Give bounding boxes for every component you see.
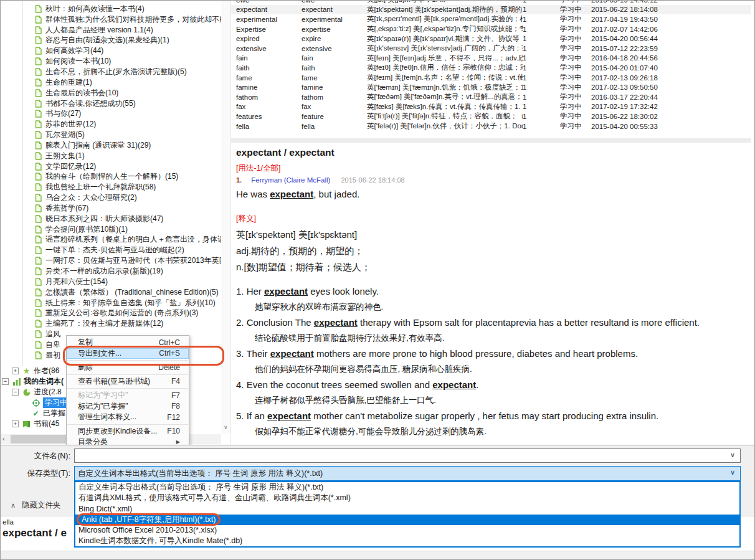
menu-item[interactable]: 查看书籍(亚马逊书城)F4 [67, 376, 189, 387]
sidebar-book-item[interactable]: 乌合之众：大众心理研究(2) [1, 192, 221, 203]
sidebar-book-item[interactable]: 生命的重建(1) [1, 77, 221, 88]
example-keyword: expectant [270, 348, 314, 359]
menu-item[interactable]: 导出到文件...Ctrl+S [67, 348, 189, 359]
example-translation-cn: 他们的妈妈在怀孕期间更容易得高血压, 糖尿病和心脏疾病. [255, 364, 748, 374]
example-translation-cn: 连椰子树都似乎憋得头昏脑胀,巴望能舒上一口气. [255, 395, 748, 406]
expand-minus-icon[interactable] [2, 378, 9, 385]
save-type-option[interactable]: 自定义生词本导出格式(当前导出选项： 序号 生词 原形 用法 释义)(*.txt… [75, 482, 739, 493]
table-row[interactable]: faxfax英[fæks] 美[fæks]n.传真；vt.传真；传真传输；1. … [231, 102, 751, 112]
book-icon [35, 131, 42, 139]
table-cell: 2017-02-13 09:50:50 [591, 83, 678, 91]
sidebar-book-item[interactable]: 苏菲的世界(12) [1, 119, 221, 130]
book-icon [35, 215, 42, 223]
expand-minus-icon[interactable] [12, 389, 19, 396]
table-row[interactable]: fainfain英[feɪn] 美[feɪn]adj.乐意，不得不，只得...；… [231, 54, 751, 64]
sidebar-book-item[interactable]: 晓日本系列之四：听大师谈摄影(47) [1, 214, 221, 224]
table-row[interactable]: experimentalexperimental英[ɪk,sperɪ'mentl… [231, 14, 751, 24]
sidebar-book-item[interactable]: 一网打尽：贝佐斯与亚马逊时代（本书荣获2013年英国《金融时报》 [1, 255, 221, 266]
table-row[interactable]: fellafella英['felə(r)] 美['felər]n.伙伴，伙计；小… [231, 121, 751, 131]
sidebar-book-item[interactable]: 书都不会读,你还想成功(55) [1, 98, 221, 109]
menu-item[interactable]: 复制Ctrl+C [67, 337, 189, 348]
expand-plus-icon[interactable] [12, 420, 19, 427]
save-type-option[interactable]: Bing Dict(*.xml) [75, 503, 739, 514]
sidebar-book-item[interactable]: 如何高效学习(44) [1, 45, 221, 56]
scrollbar-thumb[interactable] [11, 435, 70, 444]
table-cell: 学习中 [560, 73, 591, 82]
table-row[interactable]: eweewe英[ju:] 美[ju]n.母羊；1. ...1学习中2015-05… [231, 1, 751, 5]
usage-sentence: He was expectant, but jaded. [236, 188, 748, 200]
sidebar-book-item[interactable]: 异类:不一样的成功启示录(新版)(19) [1, 266, 221, 277]
scroll-left-icon[interactable]: ‹ [2, 435, 5, 442]
expand-plus-icon[interactable] [12, 368, 19, 374]
table-row[interactable]: extensiveextensive英[ɪk'stensɪv] 美[ɪk'ste… [231, 44, 751, 54]
table-cell: 学习中 [560, 102, 591, 112]
menu-item[interactable]: 标记为"已掌握"F8 [67, 401, 189, 412]
menu-item[interactable]: 删除Delete [67, 362, 189, 373]
sidebar-book-item[interactable]: 人人都是产品经理 version 1.1(4) [1, 25, 221, 36]
sidebar-book-item[interactable]: 生命不息，折腾不止(罗永浩演讲完整版)(5) [1, 67, 221, 77]
table-row[interactable]: Expertiseexpertise英[,ekspɜ:'ti:z] 美[,eks… [231, 24, 751, 34]
sidebar-book-item[interactable]: 主编死了：没有主编才是新媒体(12) [1, 318, 221, 329]
save-type-combobox[interactable]: 自定义生词本导出格式(当前导出选项： 序号 生词 原形 用法 释义)(*.txt… [74, 466, 741, 481]
save-type-option[interactable]: Kindle生词本数据文件, 可导入Kindle Mate(*.db) [75, 536, 739, 546]
sidebar-book-item[interactable]: 秋叶：如何高效读懂一本书(4) [1, 4, 221, 14]
sidebar-book-item[interactable]: 一键下单：杰夫·贝佐斯与亚马逊的崛起(2) [1, 245, 221, 255]
sidebar-book-item[interactable]: 我的奋斗（给剽悍的人生一个解释）(15) [1, 172, 221, 183]
table-cell: 1 [523, 35, 560, 42]
save-type-option[interactable]: Microsoft Office Excel 2010-2013(*.xlsx) [75, 525, 739, 536]
sidebar-book-item[interactable]: 月亮和六便士(154) [1, 277, 221, 287]
filename-combobox[interactable]: ∨ [74, 448, 741, 463]
filename-input[interactable] [77, 450, 728, 462]
sidebar-book-item[interactable]: 纸上得来：知乎陈章鱼自选集 (知乎「盐」系列)(10) [1, 298, 221, 308]
book-label: 乌合之众：大众心理研究(2) [45, 192, 137, 203]
table-cell: 2015-06-22 18:30:02 [591, 113, 678, 120]
sidebar-book-item[interactable]: 书与你(27) [1, 108, 221, 119]
book-icon [35, 204, 42, 212]
save-type-value: 自定义生词本导出格式(当前导出选项： 序号 生词 原形 用法 释义)(*.txt… [78, 468, 323, 479]
scroll-down-icon[interactable]: ∨ [224, 424, 228, 430]
sidebar-book-item[interactable]: 谣言粉碎机系列（餐桌上的明白人＋危言出没，身体请注意＋谣一谣 [1, 235, 221, 245]
detail-panel: expectant / expectant [用法-1/全部] 1. Ferry… [231, 143, 748, 445]
sidebar-book-item[interactable]: 生命最后的读书会(10) [1, 88, 221, 98]
table-cell: experimental [302, 16, 367, 23]
table-row[interactable]: fathomfathom英['fæðəm] 美['fæðəm]n.英寻；vt.理… [231, 92, 751, 102]
bookshelf-icon [22, 420, 31, 428]
save-type-option[interactable]: Anki (tab ,UTF-8字符集,启用html)(*.txt) [75, 515, 739, 525]
table-cell: 1 [523, 103, 560, 110]
save-type-option[interactable]: 有道词典XML格式，使用该格式可导入有道、金山词霸、欧路词典生词本(*.xml) [75, 493, 739, 503]
hidden-folders-button[interactable]: ∧ 隐藏文件夹 [11, 500, 61, 511]
chevron-down-icon[interactable]: ∨ [730, 468, 735, 477]
book-label: 腕表入门指南 (通识课堂 31)(29) [45, 140, 151, 151]
sidebar-book-item[interactable]: 王朔文集(1) [1, 151, 221, 161]
sidebar-book-item[interactable]: 重新定义公司:谷歌是如何运营的 (奇点系列)(3) [1, 308, 221, 318]
table-row[interactable]: famefame英[feɪm] 美[fem]n.名声；名望；传闻；传说；vt.使… [231, 73, 751, 83]
pie-icon [22, 389, 31, 396]
table-row[interactable]: expectantexpectant英[ɪk'spektənt] 美[ɪk'sp… [231, 5, 751, 15]
sidebar-book-item[interactable]: 如何阅读一本书(10) [1, 56, 221, 67]
menu-item[interactable]: 管理生词本释义...F12 [67, 412, 189, 423]
table-row[interactable]: faithfaith英[feɪθ] 美[feθ]n.信用，信任；宗教信仰；忠诚；… [231, 63, 751, 73]
table-cell: famine [302, 83, 367, 91]
sidebar-book-item[interactable]: 香蕉哲学(67) [1, 203, 221, 214]
table-row[interactable]: faminefamine英['fæmɪn] 美['fæmɪn]n.饥荒；饥饿；极… [231, 82, 751, 92]
usage-source-link[interactable]: Ferryman (Claire McFall) [251, 176, 330, 184]
book-label: 重新定义公司:谷歌是如何运营的 (奇点系列)(3) [45, 308, 198, 318]
sidebar-book-item[interactable]: 群体性孤独:为什么我们对科技期待更多，对彼此却不能更亲密？(1) [1, 14, 221, 25]
menu-item[interactable]: 同步更改到Kindle设备...F10 [67, 426, 189, 437]
authors-label: 作者(86 [34, 366, 59, 376]
panel-splitter[interactable] [231, 138, 751, 143]
table-row[interactable]: featuresfeature英['fi:tʃə(r)] 美['fitʃə]n.… [231, 112, 751, 121]
table-row[interactable]: expiredexpire英[ɪk'spaɪə(r)] 美[ɪk'spaɪr]v… [231, 34, 751, 44]
sidebar-book-item[interactable]: 腕表入门指南 (通识课堂 31)(29) [1, 140, 221, 151]
sidebar-book-item[interactable]: 容忍与自由(胡适杂文选)(果麦经典)(1) [1, 36, 221, 46]
sidebar-book-item[interactable]: 学会提问(原书第10版)(1) [1, 224, 221, 235]
sidebar-vertical-scrollbar[interactable]: ∨ [222, 1, 230, 434]
table-cell: 1 [523, 54, 560, 62]
sidebar-book-item[interactable]: 我也曾经上班一个礼拜就辞职(58) [1, 182, 221, 192]
sidebar-book-item[interactable]: 瓦尔登湖(5) [1, 130, 221, 140]
sidebar-book-item[interactable]: 怎樣讀書（繁体版） (Traditional_chinese Edition)(… [1, 287, 221, 298]
sidebar-book-item[interactable]: 文学回忆录(12) [1, 161, 221, 172]
chevron-down-icon[interactable]: ∨ [730, 451, 735, 459]
table-cell: extensive [302, 45, 367, 52]
sentence-keyword: expectant [270, 189, 313, 199]
